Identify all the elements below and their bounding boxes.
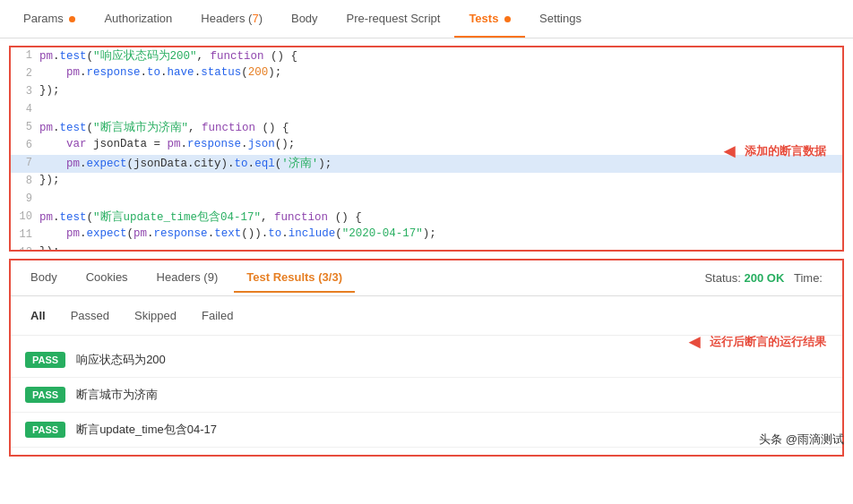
- lower-annotation: ◄ 运行后断言的运行结果: [685, 330, 826, 354]
- tab-result-cookies[interactable]: Cookies: [73, 263, 141, 293]
- code-line-11: 11 pm.expect(pm.response.text()).to.incl…: [11, 226, 842, 244]
- code-line-1: 1 pm.test("响应状态码为200", function () {: [11, 47, 842, 65]
- code-line-6: 6 var jsonData = pm.response.json();: [11, 137, 842, 155]
- arrow-left-icon: ◄: [719, 140, 739, 163]
- pass-badge-2: PASS: [25, 387, 65, 403]
- upper-annotation: ◄ 添加的断言数据: [719, 140, 826, 163]
- code-line-8: 8 });: [11, 173, 842, 191]
- test-name-2: 断言城市为济南: [76, 387, 158, 403]
- tab-headers[interactable]: Headers (7): [186, 1, 277, 38]
- lower-arrow-icon: ◄: [685, 330, 704, 354]
- lower-annotation-text: 运行后断言的运行结果: [710, 334, 826, 350]
- status-area: Status: 200 OK Time:: [692, 264, 835, 292]
- code-line-2: 2 pm.response.to.have.status(200);: [11, 65, 842, 83]
- filter-skipped[interactable]: Skipped: [129, 305, 182, 326]
- watermark: 头条 @雨滴测试: [759, 431, 844, 448]
- code-line-9: 9: [11, 191, 842, 209]
- filter-failed[interactable]: Failed: [196, 305, 238, 326]
- filter-all[interactable]: All: [25, 305, 51, 326]
- test-result-item-2: PASS 断言城市为济南: [11, 378, 842, 413]
- annotation-text: 添加的断言数据: [745, 143, 826, 159]
- tab-settings[interactable]: Settings: [525, 1, 596, 38]
- code-line-5: 5 pm.test("断言城市为济南", function () {: [11, 119, 842, 137]
- tab-body[interactable]: Body: [277, 1, 332, 38]
- test-name-1: 响应状态码为200: [76, 352, 166, 368]
- status-value: 200 OK: [745, 271, 785, 285]
- code-lines: 1 pm.test("响应状态码为200", function () { 2 p…: [11, 47, 842, 252]
- test-name-3: 断言update_time包含04-17: [76, 422, 217, 438]
- tab-result-headers[interactable]: Headers (9): [144, 263, 231, 293]
- code-line-12: 12 });: [11, 244, 842, 252]
- tab-result-body[interactable]: Body: [18, 263, 70, 293]
- pass-badge-3: PASS: [25, 422, 65, 438]
- params-dot: [69, 16, 75, 22]
- tab-result-testresults[interactable]: Test Results (3/3): [234, 263, 355, 293]
- code-line-4: 4: [11, 101, 842, 119]
- code-line-3: 3 });: [11, 83, 842, 101]
- tab-prerequest[interactable]: Pre-request Script: [332, 1, 455, 38]
- test-result-item-3: PASS 断言update_time包含04-17: [11, 413, 842, 448]
- code-editor[interactable]: 1 pm.test("响应状态码为200", function () { 2 p…: [9, 46, 844, 252]
- lower-section: Body Cookies Headers (9) Test Results (3…: [9, 259, 844, 457]
- tests-dot: [504, 16, 511, 22]
- tab-tests[interactable]: Tests: [454, 1, 525, 38]
- tab-authorization[interactable]: Authorization: [90, 1, 186, 38]
- code-line-10: 10 pm.test("断言update_time包含04-17", funct…: [11, 209, 842, 226]
- code-line-7: 7 pm.expect(jsonData.city).to.eql('济南');: [11, 155, 842, 173]
- top-tabs: Params Authorization Headers (7) Body Pr…: [0, 0, 853, 38]
- pass-badge-1: PASS: [25, 352, 65, 368]
- result-tabs: Body Cookies Headers (9) Test Results (3…: [11, 261, 842, 296]
- tab-params[interactable]: Params: [9, 1, 90, 38]
- filter-passed[interactable]: Passed: [65, 305, 115, 326]
